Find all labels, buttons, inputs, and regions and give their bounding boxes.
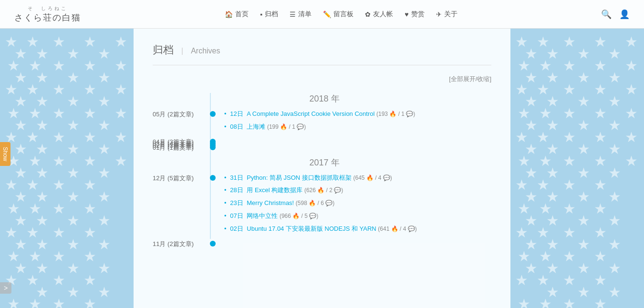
article-meta-7: (641 🔥 / 4 💬) xyxy=(378,226,416,232)
article-meta-5: (598 🔥 / 6 💬) xyxy=(296,200,334,206)
article-item-6: • 07日 网络中立性 (966 🔥 / 5 💬) xyxy=(224,211,491,221)
month-label-2018-05: 05月 (2篇文章) xyxy=(153,110,194,119)
article-title-5[interactable]: Merry Christmas! xyxy=(247,199,294,206)
timeline-dot-2018-05 xyxy=(210,111,216,117)
article-date-3: 31日 xyxy=(230,174,243,181)
month-label-2018-01: 01月 (1篇文章) xyxy=(153,144,194,152)
sidebar-right xyxy=(510,29,644,308)
month-articles-2018-05: • 12日 A Complete JavaScript Cookie Versi… xyxy=(215,109,491,135)
friends-icon: ✿ xyxy=(365,10,371,18)
article-item-3: • 31日 Python: 简易 JSON 接口数据抓取框架 (645 🔥 / … xyxy=(224,173,491,183)
article-title-2[interactable]: 上海滩 xyxy=(247,123,265,130)
nav-list[interactable]: ☰ 清单 xyxy=(290,10,312,19)
user-button[interactable]: 👤 xyxy=(619,9,630,20)
article-meta-4: (626 🔥 / 2 💬) xyxy=(304,187,343,194)
year-2017: 2017 年 xyxy=(186,157,463,168)
main-content: 归档 | Archives [全部展开/收缩] 2018 年 05月 (2篇文章… xyxy=(134,29,510,308)
nav-about-label: 关于 xyxy=(444,10,457,19)
content-wrapper: 归档 | Archives [全部展开/收缩] 2018 年 05月 (2篇文章… xyxy=(0,29,644,308)
article-dot-4: • xyxy=(224,186,227,194)
nav-archives[interactable]: ▪ 归档 xyxy=(260,10,278,19)
page-title-divider: | xyxy=(181,47,183,55)
article-dot-3: • xyxy=(224,174,227,181)
search-button[interactable]: 🔍 xyxy=(601,9,612,20)
timeline: 2018 年 05月 (2篇文章) • 12日 A Complete JavaS… xyxy=(153,93,491,239)
year-2018: 2018 年 xyxy=(186,93,463,104)
nav-actions: 🔍 👤 xyxy=(601,9,630,20)
month-row-2018-05: 05月 (2篇文章) • 12日 A Complete JavaScript C… xyxy=(215,109,491,135)
article-item-5: • 23日 Merry Christmas! (598 🔥 / 6 💬) xyxy=(224,198,491,208)
sidebar-left xyxy=(0,29,134,308)
article-dot-7: • xyxy=(224,225,227,232)
timeline-dot-2017-11 xyxy=(210,241,216,246)
article-meta-6: (966 🔥 / 5 💬) xyxy=(280,213,318,219)
article-dot-5: • xyxy=(224,199,227,206)
page-title-cn: 归档 xyxy=(153,43,174,57)
archives-icon: ▪ xyxy=(260,10,262,18)
month-row-2017-12: 12月 (5篇文章) • 31日 Python: 简易 JSON 接口数据抓取框… xyxy=(215,173,491,237)
article-date-4: 28日 xyxy=(230,186,243,194)
site-name: さくら荘の白猫 xyxy=(14,12,81,23)
home-icon: 🏠 xyxy=(225,10,233,18)
navbar: そ しろねこ さくら荘の白猫 🏠 首页 ▪ 归档 ☰ 清单 ✏️ 留言板 ✿ xyxy=(0,0,644,29)
nav-about[interactable]: ✈ 关于 xyxy=(436,10,457,19)
timeline-dot-2018-01 xyxy=(210,144,216,150)
expand-collapse-button[interactable]: [全部展开/收缩] xyxy=(449,75,491,82)
article-date-6: 07日 xyxy=(230,212,243,219)
nav-guestbook-label: 留言板 xyxy=(333,10,353,19)
article-date: • xyxy=(224,110,227,117)
sidebar-bg-left xyxy=(0,29,134,308)
nav-friends[interactable]: ✿ 友人帐 xyxy=(365,10,393,19)
expand-collapse-area: [全部展开/收缩] xyxy=(153,75,491,83)
page-title-en: Archives xyxy=(191,47,220,55)
article-date-7: 02日 xyxy=(230,225,243,232)
scroll-indicator[interactable]: > xyxy=(0,282,11,294)
article-title-4[interactable]: 用 Excel 构建数据库 xyxy=(247,186,302,194)
site-ruby: そ しろねこ xyxy=(28,5,68,12)
article-item: • 12日 A Complete JavaScript Cookie Versi… xyxy=(224,109,491,119)
list-icon: ☰ xyxy=(290,10,296,18)
article-meta-2: (199 🔥 / 1 💬) xyxy=(267,123,306,130)
page-title-area: 归档 | Archives xyxy=(153,43,491,65)
article-date-5: 23日 xyxy=(230,199,243,206)
nav-praise-label: 赞赏 xyxy=(411,10,425,19)
article-meta-3: (645 🔥 / 4 💬) xyxy=(353,175,392,181)
article-title-1[interactable]: A Complete JavaScript Cookie Version Con… xyxy=(247,110,374,117)
article-dot-6: • xyxy=(224,212,227,219)
article-date-2: 08日 xyxy=(230,123,243,130)
nav-friends-label: 友人帐 xyxy=(373,10,393,19)
show-tab[interactable]: Show xyxy=(0,142,10,166)
nav-list-label: 清单 xyxy=(298,10,312,19)
timeline-dot-2017-12 xyxy=(210,175,216,181)
guestbook-icon: ✏️ xyxy=(323,10,331,18)
article-title-3[interactable]: Python: 简易 JSON 接口数据抓取框架 xyxy=(247,174,352,181)
article-item-7: • 02日 Ubuntu 17.04 下安装最新版 NODEJS 和 YARN … xyxy=(224,224,491,234)
article-item-4: • 28日 用 Excel 构建数据库 (626 🔥 / 2 💬) xyxy=(224,185,491,195)
about-icon: ✈ xyxy=(436,10,442,18)
month-label-2017-12: 12月 (5篇文章) xyxy=(153,174,194,183)
article-date-1: 12日 xyxy=(230,110,243,117)
page-wrapper: そ しろねこ さくら荘の白猫 🏠 首页 ▪ 归档 ☰ 清单 ✏️ 留言板 ✿ xyxy=(0,0,644,308)
month-articles-2017-12: • 31日 Python: 简易 JSON 接口数据抓取框架 (645 🔥 / … xyxy=(215,173,491,237)
month-label-2017-11: 11月 (2篇文章) xyxy=(153,240,194,248)
nav-praise[interactable]: ♥ 赞赏 xyxy=(405,10,424,19)
article-meta-1: (193 🔥 / 1 💬) xyxy=(376,111,415,117)
nav-links: 🏠 首页 ▪ 归档 ☰ 清单 ✏️ 留言板 ✿ 友人帐 ♥ 赞赏 xyxy=(225,10,457,19)
nav-home-label: 首页 xyxy=(235,10,249,19)
article-dot-2: • xyxy=(224,123,227,130)
site-logo[interactable]: そ しろねこ さくら荘の白猫 xyxy=(14,5,81,23)
nav-archives-label: 归档 xyxy=(265,10,278,19)
nav-home[interactable]: 🏠 首页 xyxy=(225,10,249,19)
sidebar-bg-right xyxy=(510,29,644,308)
article-item-2: • 08日 上海滩 (199 🔥 / 1 💬) xyxy=(224,122,491,132)
nav-guestbook[interactable]: ✏️ 留言板 xyxy=(323,10,353,19)
article-title-6[interactable]: 网络中立性 xyxy=(247,212,278,219)
praise-icon: ♥ xyxy=(405,10,408,18)
article-title-7[interactable]: Ubuntu 17.04 下安装最新版 NODEJS 和 YARN xyxy=(247,225,376,232)
